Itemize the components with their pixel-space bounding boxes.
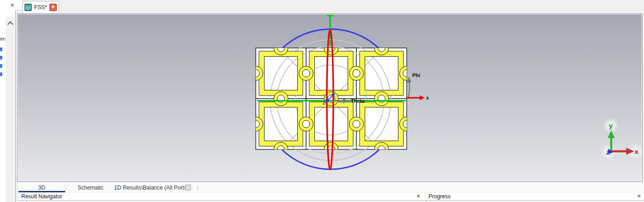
phi-label: Phi [412,72,420,78]
result-navigator-title: Result Navigator [21,193,62,200]
progress-close-icon[interactable]: × [636,193,642,199]
top-tab-bar: × FSS* × [0,0,644,13]
project-waves-icon [24,4,32,11]
orientation-axes-widget[interactable]: y x z [603,119,642,158]
scroll-up-button[interactable] [7,20,13,26]
document-tab-fss[interactable]: FSS* × [22,1,59,13]
panel-splitter[interactable] [15,10,16,202]
tab-1d-results[interactable]: 1D Results\Balance (All Ports) [118,183,185,192]
panel-close-icon[interactable]: × [8,1,17,9]
widget-y-label: y [609,122,613,130]
tab-schematic-label: Schematic [78,184,103,191]
3d-scene: Theta Phi x z [18,14,642,181]
tab-3d[interactable]: 3D [18,183,66,192]
phi-arrow: Phi [407,72,420,99]
tab-1d-close-icon[interactable]: × [185,184,191,190]
widget-z-label: z [606,148,610,156]
clipped-tree-item[interactable] [0,72,2,76]
viewport-gradient-background: Theta Phi x z [18,14,642,181]
vertical-scrollbar[interactable] [6,17,15,202]
document-tab-title: FSS* [34,4,47,11]
result-navigator-panel-header: Result Navigator × [18,193,425,201]
tab-separator: | [197,184,199,190]
x-axis-arrow: x [406,95,429,101]
view-tab-bar: 3D Schematic | 1D Results\Balance (All P… [18,183,644,192]
left-panel-header: × [0,0,22,10]
progress-panel-header: Progress × [426,193,644,201]
x-axis-label: x [426,95,429,101]
progress-title: Progress [428,193,451,200]
clipped-tree-item[interactable] [0,48,2,51]
clipped-tree-item[interactable] [0,64,2,68]
tab-schematic[interactable]: Schematic [65,183,116,192]
widget-x-label: x [635,148,639,155]
tab-1d-label: 1D Results\Balance (All Ports) [114,184,188,191]
chevron-up-icon [7,21,13,27]
result-navigator-close-icon[interactable]: × [415,193,421,199]
3d-viewport[interactable]: Theta Phi x z [17,13,643,182]
document-tab-close-icon[interactable]: × [49,4,57,11]
active-tab-underline [18,191,65,192]
theta-label: Theta [351,98,365,104]
clipped-tree-item[interactable] [0,56,2,59]
tab-3d-label: 3D [38,184,45,191]
left-docked-panel: ers [0,10,15,202]
origin-z-label: z [323,101,325,106]
